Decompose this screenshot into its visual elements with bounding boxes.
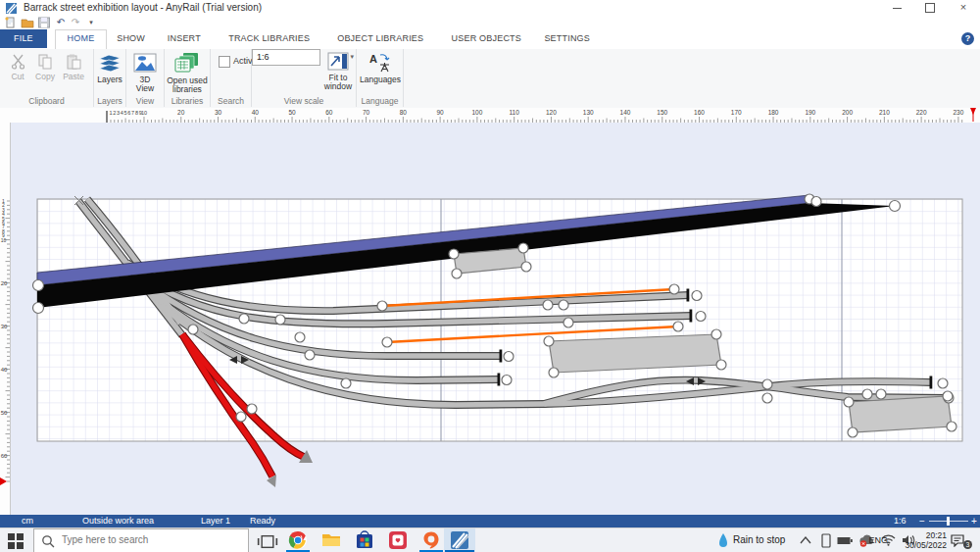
svg-text:130: 130 — [583, 109, 594, 116]
group-label: Clipboard — [0, 96, 93, 106]
taskbar-app-origin[interactable] — [416, 528, 447, 552]
action-center-icon[interactable] — [951, 534, 964, 547]
svg-text:7: 7 — [131, 110, 134, 116]
scissors-icon — [11, 54, 25, 70]
zoom-in-button[interactable]: + — [971, 515, 977, 527]
phone-icon[interactable] — [821, 533, 831, 548]
zoom-slider-handle[interactable] — [947, 517, 950, 526]
open-used-libraries-button[interactable]: Open used libraries — [167, 52, 208, 95]
group-label: View — [126, 96, 164, 106]
origin-icon — [421, 530, 441, 550]
tab-settings[interactable]: SETTINGS — [532, 29, 602, 48]
ribbon: Cut Copy Paste Clipboard — [0, 49, 980, 109]
undo-icon[interactable]: ↶ — [54, 17, 68, 28]
languages-icon: A — [368, 52, 392, 73]
svg-text:180: 180 — [768, 109, 779, 116]
tab-user-objects[interactable]: USER OBJECTS — [440, 29, 533, 48]
fit-to-window-icon — [327, 52, 349, 71]
status-layer[interactable]: Layer 1 — [201, 515, 230, 527]
status-hint: Outside work area — [82, 515, 154, 527]
svg-text:A: A — [369, 53, 377, 65]
cut-button[interactable]: Cut — [5, 54, 30, 81]
open-file-icon[interactable] — [21, 17, 34, 28]
new-file-icon[interactable] — [4, 17, 18, 28]
tab-home[interactable]: HOME — [55, 29, 108, 50]
weather-text[interactable]: Rain to stop — [733, 528, 785, 552]
title-bar: Barrack street exhibition layout - AnyRa… — [0, 0, 980, 16]
anyrail-window: Barrack street exhibition layout - AnyRa… — [0, 0, 980, 552]
paste-icon — [67, 54, 81, 70]
battery-icon[interactable] — [837, 536, 853, 545]
taskbar-search[interactable] — [33, 528, 249, 552]
tab-file[interactable]: FILE — [0, 29, 47, 48]
status-unit: cm — [22, 515, 33, 527]
group-language: A Languages Language — [357, 49, 404, 107]
svg-text:40: 40 — [252, 109, 260, 116]
svg-text:100: 100 — [471, 109, 482, 116]
group-view: 3D View View — [126, 49, 165, 107]
start-button[interactable] — [8, 533, 24, 549]
search-input[interactable] — [60, 533, 240, 546]
svg-text:1: 1 — [109, 110, 112, 116]
tab-show[interactable]: SHOW — [105, 29, 157, 48]
redo-icon[interactable]: ↷ — [69, 17, 82, 28]
svg-text:10: 10 — [141, 110, 147, 116]
copy-button[interactable]: Copy — [32, 54, 58, 81]
active-checkbox[interactable] — [219, 56, 230, 68]
group-label: Layers — [94, 96, 125, 106]
tab-object-libraries[interactable]: OBJECT LIBRARIES — [325, 29, 435, 48]
tray-expand-icon[interactable] — [800, 536, 811, 544]
svg-text:220: 220 — [916, 109, 927, 116]
svg-text:200: 200 — [842, 109, 853, 116]
customize-qat-icon[interactable]: ▾ — [84, 17, 98, 28]
task-view-icon[interactable] — [257, 531, 278, 552]
svg-text:20: 20 — [177, 109, 185, 116]
languages-button[interactable]: A Languages — [360, 52, 400, 84]
paste-button[interactable]: Paste — [61, 54, 86, 81]
layers-button[interactable]: Layers — [95, 53, 124, 84]
clock-date: 30/05/2022 — [892, 540, 947, 550]
svg-text:6: 6 — [127, 110, 130, 116]
group-libraries: Open used libraries Libraries — [165, 49, 211, 107]
libraries-icon — [174, 52, 200, 74]
svg-text:50: 50 — [1, 410, 8, 416]
svg-text:60: 60 — [325, 109, 333, 116]
store-icon — [355, 530, 374, 550]
language-indicator[interactable]: ENG — [868, 528, 888, 552]
tab-track-libraries[interactable]: TRACK LIBRARIES — [217, 29, 321, 48]
maximize-button[interactable] — [913, 0, 947, 16]
svg-text:20: 20 — [1, 280, 8, 286]
svg-text:40: 40 — [1, 367, 8, 373]
view-scale-combobox[interactable]: 1:6 ▾ — [252, 49, 320, 66]
fit-to-window-button[interactable]: Fit to window — [322, 52, 354, 92]
taskbar-app-chrome[interactable] — [282, 528, 314, 552]
close-button[interactable]: × — [947, 0, 980, 16]
clock[interactable]: 20:21 30/05/2022 — [892, 530, 947, 550]
copy-icon — [38, 54, 53, 70]
taskbar-app-photos[interactable] — [382, 528, 414, 552]
minimize-button[interactable] — [880, 0, 913, 16]
3d-view-button[interactable]: 3D View — [131, 53, 159, 94]
svg-text:190: 190 — [805, 109, 815, 116]
svg-text:60: 60 — [1, 453, 8, 459]
svg-text:8: 8 — [135, 110, 138, 116]
taskbar-app-store[interactable] — [349, 528, 380, 552]
chrome-icon — [288, 530, 308, 550]
layers-icon — [97, 53, 122, 73]
tab-insert[interactable]: INSERT — [156, 29, 213, 48]
group-view-scale: 1:6 ▾ Fit to window View scale — [252, 49, 357, 107]
save-icon[interactable] — [37, 17, 51, 28]
svg-text:10: 10 — [1, 237, 7, 243]
track-plan-canvas[interactable] — [10, 123, 980, 515]
weather-icon[interactable] — [718, 532, 728, 549]
group-label: Libraries — [165, 96, 210, 106]
help-icon[interactable]: ? — [961, 32, 974, 45]
taskbar-app-anyrail[interactable] — [444, 528, 475, 552]
status-bar: cm Outside work area Layer 1 Ready 1:6 −… — [0, 515, 980, 527]
quick-access-toolbar: ↶ ↷ ▾ — [0, 16, 980, 29]
zoom-out-button[interactable]: − — [919, 515, 925, 527]
svg-text:80: 80 — [400, 109, 408, 116]
svg-text:110: 110 — [509, 109, 519, 116]
3d-view-icon — [133, 53, 157, 73]
taskbar-app-explorer[interactable] — [316, 528, 347, 552]
